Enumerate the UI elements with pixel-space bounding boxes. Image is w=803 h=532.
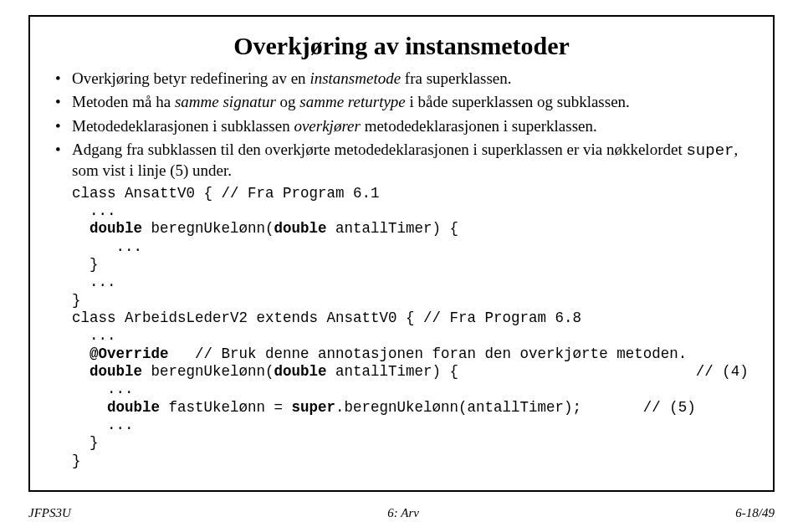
- bullet-4: Adgang fra subklassen til den overkjørte…: [54, 140, 749, 182]
- bullet-list: Overkjøring betyr redefinering av en ins…: [54, 69, 749, 182]
- footer-center: 6: Arv: [387, 506, 419, 520]
- footer-left: JFPS3U: [28, 506, 71, 520]
- bullet-2: Metoden må ha samme signatur og samme re…: [54, 92, 749, 112]
- code-block: class AnsattV0 { // Fra Program 6.1 ... …: [72, 185, 749, 471]
- slide: Overkjøring av instansmetoder Overkjørin…: [0, 0, 803, 532]
- bullet-3: Metodedeklarasjonen i subklassen overkjø…: [54, 116, 749, 136]
- footer: JFPS3U 6: Arv 6-18/49: [28, 506, 775, 520]
- footer-right: 6-18/49: [735, 506, 775, 520]
- bullet-1: Overkjøring betyr redefinering av en ins…: [54, 69, 749, 89]
- page-title: Overkjøring av instansmetoder: [54, 32, 749, 60]
- content-frame: Overkjøring av instansmetoder Overkjørin…: [28, 15, 775, 492]
